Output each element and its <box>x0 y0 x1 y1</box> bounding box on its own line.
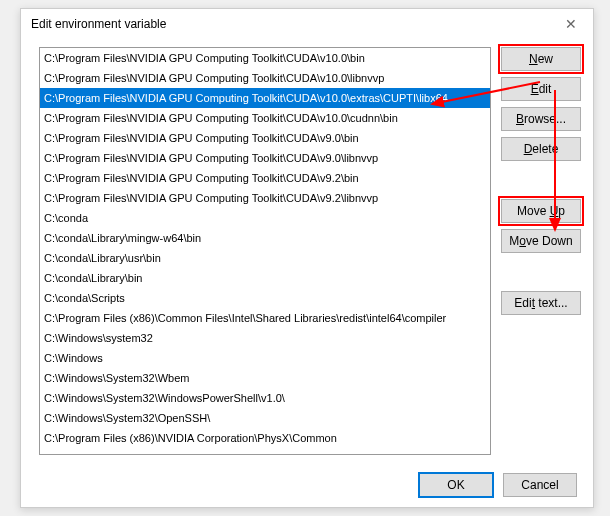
list-item[interactable]: C:\Program Files (x86)\Common Files\Inte… <box>40 308 490 328</box>
list-item[interactable]: C:\Program Files\NVIDIA GPU Computing To… <box>40 48 490 68</box>
close-icon[interactable]: ✕ <box>559 14 583 34</box>
list-item[interactable]: C:\Program Files\NVIDIA GPU Computing To… <box>40 68 490 88</box>
move-down-button[interactable]: Move Down <box>501 229 581 253</box>
cancel-button[interactable]: Cancel <box>503 473 577 497</box>
list-item[interactable]: C:\conda <box>40 208 490 228</box>
environment-variable-dialog: Edit environment variable ✕ C:\Program F… <box>20 8 594 508</box>
list-item[interactable]: C:\Windows\System32\Wbem <box>40 368 490 388</box>
browse-button[interactable]: Browse... <box>501 107 581 131</box>
ok-button[interactable]: OK <box>419 473 493 497</box>
list-item[interactable]: C:\Windows\System32\OpenSSH\ <box>40 408 490 428</box>
move-up-button[interactable]: Move Up <box>501 199 581 223</box>
new-button[interactable]: New <box>501 47 581 71</box>
path-listbox[interactable]: C:\Program Files\NVIDIA GPU Computing To… <box>39 47 491 455</box>
titlebar: Edit environment variable ✕ <box>21 9 593 39</box>
dialog-buttons: OK Cancel <box>419 473 577 497</box>
list-item[interactable]: C:\Windows\system32 <box>40 328 490 348</box>
delete-button[interactable]: Delete <box>501 137 581 161</box>
list-item[interactable]: C:\Program Files (x86)\NVIDIA Corporatio… <box>40 428 490 448</box>
list-item[interactable]: C:\Program Files\NVIDIA GPU Computing To… <box>40 148 490 168</box>
list-item[interactable]: C:\conda\Library\usr\bin <box>40 248 490 268</box>
list-item[interactable]: C:\Program Files\NVIDIA GPU Computing To… <box>40 128 490 148</box>
list-item[interactable]: C:\conda\Library\mingw-w64\bin <box>40 228 490 248</box>
list-item[interactable]: C:\Program Files\NVIDIA GPU Computing To… <box>40 88 490 108</box>
edit-button[interactable]: Edit <box>501 77 581 101</box>
side-buttons: New Edit Browse... Delete Move Up Move D… <box>501 47 581 455</box>
list-item[interactable]: C:\Program Files\NVIDIA GPU Computing To… <box>40 188 490 208</box>
list-item[interactable]: C:\Windows <box>40 348 490 368</box>
list-item[interactable]: C:\Windows\System32\WindowsPowerShell\v1… <box>40 388 490 408</box>
list-item[interactable]: C:\Program Files\NVIDIA GPU Computing To… <box>40 168 490 188</box>
list-item[interactable]: C:\Program Files\NVIDIA GPU Computing To… <box>40 108 490 128</box>
list-item[interactable]: C:\Program Files\NVIDIA Corporation\NVID… <box>40 448 490 455</box>
list-item[interactable]: C:\conda\Library\bin <box>40 268 490 288</box>
edit-text-button[interactable]: Edit text... <box>501 291 581 315</box>
dialog-title: Edit environment variable <box>31 17 166 31</box>
content-area: C:\Program Files\NVIDIA GPU Computing To… <box>21 39 593 459</box>
list-item[interactable]: C:\conda\Scripts <box>40 288 490 308</box>
